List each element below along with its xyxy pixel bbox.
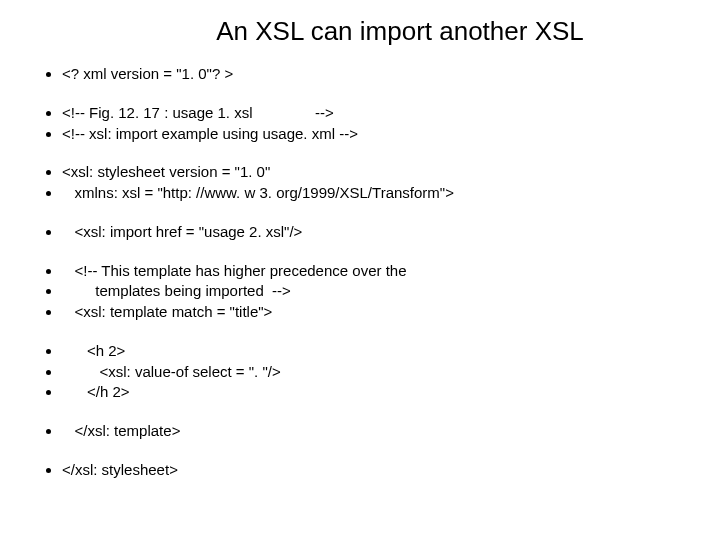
code-line: <xsl: stylesheet version = "1. 0" <box>62 163 690 182</box>
code-line: <!-- Fig. 12. 17 : usage 1. xsl --> <box>62 104 690 123</box>
code-line: <xsl: template match = "title"> <box>62 303 690 322</box>
code-line: <h 2> <box>62 342 690 361</box>
blank-line <box>62 443 690 461</box>
blank-line <box>62 404 690 422</box>
blank-line <box>62 324 690 342</box>
page-title: An XSL can import another XSL <box>30 16 690 47</box>
code-line: <xsl: import href = "usage 2. xsl"/> <box>62 223 690 242</box>
blank-line <box>62 145 690 163</box>
slide: An XSL can import another XSL <? xml ver… <box>0 0 720 540</box>
code-line: <? xml version = "1. 0"? > <box>62 65 690 84</box>
code-line: </xsl: template> <box>62 422 690 441</box>
code-line: templates being imported --> <box>62 282 690 301</box>
code-line: <!-- xsl: import example using usage. xm… <box>62 125 690 144</box>
blank-line <box>62 86 690 104</box>
blank-line <box>62 244 690 262</box>
code-line: xmlns: xsl = "http: //www. w 3. org/1999… <box>62 184 690 203</box>
code-line: </h 2> <box>62 383 690 402</box>
code-list: <? xml version = "1. 0"? ><!-- Fig. 12. … <box>30 65 690 480</box>
blank-line <box>62 205 690 223</box>
code-line: <!-- This template has higher precedence… <box>62 262 690 281</box>
code-line: <xsl: value-of select = ". "/> <box>62 363 690 382</box>
code-line: </xsl: stylesheet> <box>62 461 690 480</box>
